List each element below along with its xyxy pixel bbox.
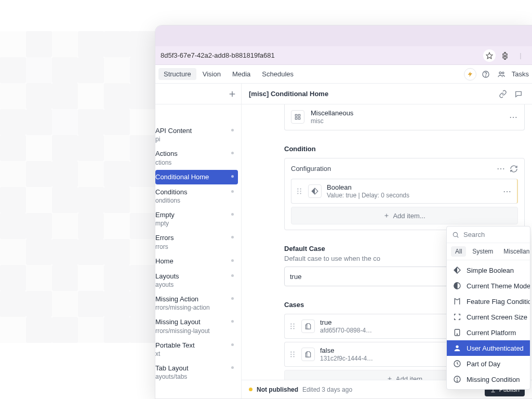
sidebar-item[interactable]: Missing Layoutrrors/missing-layout [155, 315, 238, 337]
add-condition-label: Add item... [393, 212, 425, 220]
status-dot-icon [231, 320, 234, 323]
popover-item-label: Missing Condition [467, 376, 520, 383]
sidebar-item[interactable]: Missing Actionrrors/missing-action [155, 292, 238, 314]
sidebar-item-title: Conditional Home [155, 173, 233, 181]
type-card[interactable]: Miscellaneous misc ⋯ [284, 104, 525, 130]
type-menu-icon[interactable]: ⋯ [509, 112, 518, 122]
condition-item-title: Boolean [327, 183, 498, 191]
drag-handle-icon[interactable] [297, 188, 303, 195]
svg-point-16 [294, 324, 295, 325]
svg-rect-5 [295, 114, 297, 116]
browser-divider-icon: | [514, 49, 527, 62]
sidebar-item-sub: ayouts [155, 281, 233, 288]
sidebar-item[interactable]: Conditionsonditions [155, 185, 238, 207]
popover-item[interactable]: Missing Condition [447, 371, 530, 387]
sidebar-item-title: Missing Layout [155, 318, 233, 326]
svg-point-34 [457, 381, 457, 381]
type-sub: misc [311, 117, 503, 125]
svg-point-17 [290, 326, 291, 327]
sidebar-item[interactable]: Home [155, 254, 238, 269]
condition-type-popover: Search All System Miscellaneous Simple B… [446, 226, 530, 390]
boolean-icon [308, 184, 322, 198]
refresh-icon[interactable] [510, 165, 518, 173]
link-icon[interactable] [499, 90, 509, 98]
sidebar-item[interactable]: API Contentpi [155, 124, 238, 146]
sidebar-item[interactable]: Conditional Home [155, 170, 238, 184]
status-dot-icon [231, 175, 234, 178]
sidebar-item-title: Portable Text [155, 341, 233, 350]
users-icon[interactable] [495, 68, 508, 81]
sidebar-item[interactable]: Actionsctions [155, 147, 238, 169]
add-document-icon[interactable] [228, 89, 237, 99]
tab-schedules[interactable]: Schedules [257, 68, 299, 80]
configuration-menu-icon[interactable]: ⋯ [497, 164, 506, 174]
svg-rect-8 [298, 117, 300, 119]
sidebar-item[interactable]: Tab Layoutayouts/tabs [155, 361, 238, 383]
sidebar-item-title: Actions [155, 150, 233, 158]
sidebar-item-title: Empty [155, 211, 233, 219]
flag-icon [453, 297, 461, 305]
svg-point-23 [290, 354, 291, 355]
condition-section-label: Condition [284, 145, 525, 153]
tasks-link[interactable]: Tasks [512, 70, 529, 78]
svg-point-25 [290, 356, 291, 357]
popover-tab-all[interactable]: All [451, 246, 466, 257]
svg-point-21 [290, 352, 291, 353]
status-dot-icon [231, 259, 234, 262]
popover-search[interactable]: Search [447, 227, 530, 243]
svg-point-13 [297, 193, 298, 194]
add-condition-button[interactable]: Add item... [291, 207, 518, 224]
popover-item[interactable]: User Authenticated [447, 340, 530, 356]
document-icon [301, 320, 315, 333]
type-label: Miscellaneous [311, 109, 503, 117]
status-dot-icon [231, 152, 234, 154]
sidebar-item-sub: rrors/missing-action [155, 304, 233, 311]
sidebar-item-sub: pi [155, 136, 233, 143]
extensions-icon[interactable] [499, 49, 511, 62]
svg-point-12 [300, 191, 301, 192]
status-dot-icon [231, 236, 234, 238]
app-window: 8d5f3-67e7-42a2-add8-b881819fa681 | Stru… [155, 25, 532, 399]
condition-item-menu-icon[interactable]: ⋯ [503, 187, 512, 196]
sidebar-item-sub: rrors [155, 243, 233, 250]
popover-tab-system[interactable]: System [468, 246, 497, 257]
tab-structure[interactable]: Structure [158, 68, 196, 80]
svg-point-9 [297, 189, 298, 190]
popover-tab-misc[interactable]: Miscellaneous [499, 246, 530, 257]
sidebar-item[interactable]: Emptympty [155, 208, 238, 230]
help-icon[interactable] [480, 68, 492, 81]
svg-point-2 [485, 75, 486, 76]
popover-item[interactable]: Part of Day [447, 356, 530, 371]
condition-item[interactable]: Boolean Value: true | Delay: 0 seconds ⋯ [291, 179, 518, 204]
sidebar-item[interactable]: Portable Textxt [155, 338, 238, 361]
tab-media[interactable]: Media [227, 68, 256, 80]
svg-rect-7 [295, 117, 297, 119]
frame-icon [453, 313, 461, 321]
sidebar-item[interactable]: Errorsrrors [155, 231, 238, 253]
popover-item[interactable]: Current Screen Size [447, 309, 530, 325]
status-dot-icon [231, 129, 234, 131]
star-icon[interactable] [483, 49, 496, 62]
sidebar-item-title: API Content [155, 127, 233, 135]
svg-point-20 [294, 328, 295, 329]
tab-vision[interactable]: Vision [197, 68, 226, 80]
bolt-icon[interactable] [464, 68, 476, 81]
svg-point-14 [300, 193, 301, 194]
configuration-label: Configuration [291, 165, 331, 172]
svg-point-27 [453, 232, 457, 236]
popover-item[interactable]: Current Theme Mode [447, 278, 530, 294]
workspace-nav: Structure Vision Media Schedules Tasks [155, 65, 532, 84]
popover-item[interactable]: Feature Flag Condition [447, 294, 530, 309]
popover-item[interactable]: Simple Boolean [447, 262, 530, 278]
svg-point-4 [502, 72, 503, 73]
popover-item[interactable]: Current Platform [447, 325, 530, 340]
condition-item-sub: Value: true | Delay: 0 seconds [327, 192, 498, 199]
drag-handle-icon[interactable] [290, 323, 296, 330]
search-icon [452, 231, 459, 238]
status-dot-icon [231, 297, 234, 300]
sidebar-item[interactable]: Layoutsayouts [155, 269, 238, 291]
comments-icon[interactable] [514, 90, 525, 98]
document-pane: [misc] Conditional Home Miscel [242, 84, 532, 398]
sidebar-item-sub: ayouts/tabs [155, 373, 233, 380]
drag-handle-icon[interactable] [290, 351, 296, 358]
